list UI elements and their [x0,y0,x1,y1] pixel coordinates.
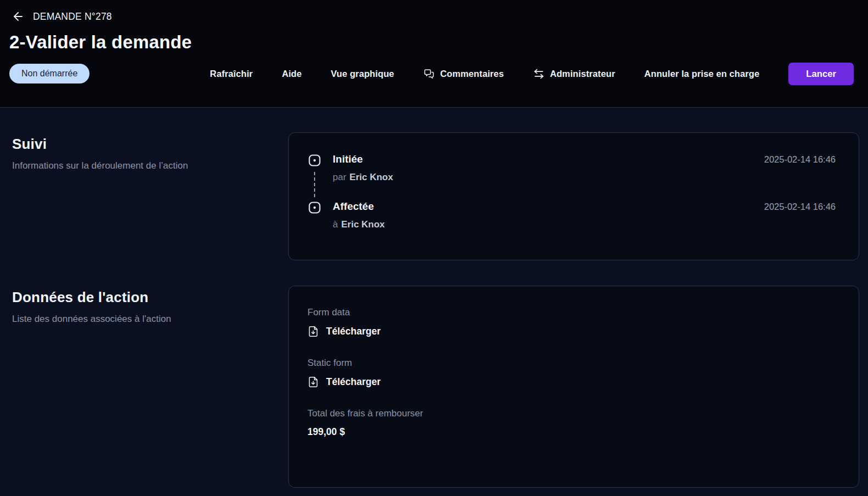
transfer-arrows-icon [533,68,545,80]
refresh-button[interactable]: Rafraîchir [210,69,253,79]
tracking-section-info: Suivi Informations sur la déroulement de… [0,132,288,173]
cancel-assignment-button[interactable]: Annuler la prise en charge [644,69,759,79]
file-download-icon [307,325,319,338]
action-data-section-info: Données de l'action Liste des données as… [0,286,288,326]
event-label: Initiée [333,153,363,165]
action-data-section: Données de l'action Liste des données as… [0,286,859,488]
download-static-form-button[interactable]: Télécharger [307,376,380,388]
action-data-card: Form data Télécharger Static form Téléch… [288,286,859,488]
back-button[interactable] [12,10,25,23]
total-fees-field: Total des frais à rembourser 199,00 $ [307,408,836,438]
event-timestamp: 2025-02-14 16:46 [764,154,836,165]
action-data-section-title: Données de l'action [12,289,250,306]
back-arrow-icon [12,10,25,23]
tracking-section-title: Suivi [12,136,250,153]
timeline-connector [314,172,315,197]
toolbar-actions: Rafraîchir Aide Vue graphique Commentair… [210,63,854,85]
static-form-field: Static form Télécharger [307,358,836,388]
launch-button[interactable]: Lancer [788,63,854,85]
total-fees-value: 199,00 $ [307,426,836,438]
timeline-event: Initiée 2025-02-14 16:46 parEric Knox [307,153,836,200]
administrator-button[interactable]: Administrateur [533,68,615,80]
tracking-section: Suivi Informations sur la déroulement de… [0,132,859,260]
page-header: DEMANDE N°278 2-Valider la demande Non d… [0,0,868,108]
form-data-field: Form data Télécharger [307,307,836,338]
event-actor: Eric Knox [350,172,393,182]
request-number-label: DEMANDE N°278 [33,11,112,23]
action-data-section-subtitle: Liste des données associées à l'action [12,313,193,326]
timeline-event: Affectée 2025-02-14 16:46 àEric Knox [307,200,836,230]
comments-icon [423,68,435,80]
breadcrumb: DEMANDE N°278 [9,10,854,23]
graph-view-button[interactable]: Vue graphique [331,69,394,79]
tracking-timeline-card: Initiée 2025-02-14 16:46 parEric Knox [288,132,859,260]
event-label: Affectée [333,200,374,213]
event-timestamp: 2025-02-14 16:46 [764,202,836,212]
event-actor: Eric Knox [341,219,384,230]
help-button[interactable]: Aide [282,69,301,79]
toolbar: Non démarrée Rafraîchir Aide Vue graphiq… [9,61,854,86]
page-title: 2-Valider la demande [9,32,854,53]
status-badge: Non démarrée [9,64,89,84]
main-content: Suivi Informations sur la déroulement de… [0,108,868,488]
milestone-icon [307,200,322,215]
tracking-section-subtitle: Informations sur la déroulement de l’act… [12,159,193,173]
file-download-icon [307,376,319,388]
download-form-data-button[interactable]: Télécharger [307,325,380,338]
comments-button[interactable]: Commentaires [423,68,504,80]
event-actor-line: parEric Knox [333,172,836,183]
milestone-icon [307,153,322,168]
field-label: Form data [307,307,836,318]
event-actor-line: àEric Knox [333,219,836,230]
field-label: Static form [307,358,836,369]
field-label: Total des frais à rembourser [307,408,836,419]
